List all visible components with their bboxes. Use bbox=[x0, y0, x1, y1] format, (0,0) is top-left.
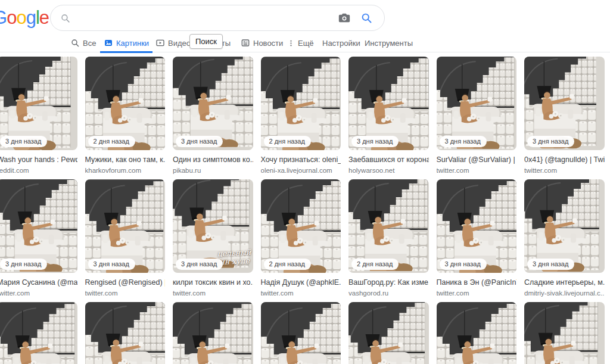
result-thumbnail[interactable]: 3 дня назад bbox=[437, 57, 517, 150]
image-result[interactable]: 3 дня назад Паника в Эн (@PanicInT... tw… bbox=[437, 179, 517, 297]
logo-letter: o bbox=[16, 7, 26, 28]
result-title[interactable]: Хочу признаться: oleni_... bbox=[261, 155, 341, 164]
result-domain[interactable]: twitter.com bbox=[524, 166, 605, 175]
result-caption: Wash your hands : Pewdi... reddit.com bbox=[0, 155, 77, 175]
logo-letter: g bbox=[26, 7, 36, 28]
news-icon bbox=[241, 38, 250, 48]
result-domain[interactable]: oleni-xa.livejournal.com bbox=[261, 166, 341, 175]
tab-tools[interactable]: Инструменты bbox=[361, 33, 416, 52]
result-title[interactable]: Один из симптомов ко... bbox=[173, 155, 253, 164]
result-domain[interactable]: pikabu.ru bbox=[173, 166, 253, 175]
result-domain[interactable]: twitter.com bbox=[437, 289, 517, 297]
image-result[interactable]: 2 дня назад Надія Душук (@aphklE... twit… bbox=[261, 179, 341, 297]
result-caption: Сладкие интерьеры, м... dmitriy-sivak.li… bbox=[524, 278, 605, 297]
result-thumbnail[interactable]: 3 дня назад bbox=[173, 57, 253, 150]
image-result[interactable]: 3 дня назад Заебавшихся от корона... hol… bbox=[348, 57, 429, 175]
result-caption: Мужики, как оно там, к... kharkovforum.c… bbox=[85, 155, 166, 175]
search-icon bbox=[60, 13, 70, 23]
tab-label: Видео bbox=[168, 39, 191, 48]
result-thumbnail[interactable]: 3 дня назад bbox=[524, 57, 605, 150]
image-result[interactable]: 3 дня назад 0x41} (@tagnullde) | Twi... … bbox=[524, 57, 605, 175]
result-thumbnail[interactable] bbox=[85, 302, 166, 364]
result-domain[interactable]: vashgorod.ru bbox=[348, 289, 429, 297]
result-title[interactable]: Надія Душук (@aphklE... bbox=[261, 278, 341, 287]
results-row: 3 дня назад Мария Сусанина (@mar... twit… bbox=[0, 179, 610, 297]
result-thumbnail[interactable]: 3 дня назад bbox=[0, 57, 77, 150]
result-title[interactable]: Сладкие интерьеры, м... bbox=[524, 278, 605, 287]
camera-search-icon[interactable] bbox=[338, 11, 351, 24]
result-thumbnail[interactable]: 2 дня назад bbox=[261, 179, 341, 273]
result-domain[interactable]: twitter.com bbox=[85, 289, 166, 297]
image-result[interactable]: 3 дня назад Мария Сусанина (@mar... twit… bbox=[0, 179, 77, 297]
result-thumbnail[interactable] bbox=[173, 302, 253, 364]
image-result[interactable]: 3 дня назад Сладкие интерьеры, м... dmit… bbox=[524, 179, 605, 297]
search-input[interactable] bbox=[75, 9, 333, 27]
result-title[interactable]: SurValiar (@SurValiar) | ... bbox=[437, 155, 517, 164]
result-title[interactable]: Мужики, как оно там, к... bbox=[85, 155, 166, 164]
results-row: 3 дня назад Wash your hands : Pewdi... r… bbox=[0, 57, 610, 175]
result-caption: 0x41} (@tagnullde) | Twi... twitter.com bbox=[524, 155, 605, 175]
result-domain[interactable]: twitter.com bbox=[437, 166, 517, 175]
image-result[interactable] bbox=[85, 302, 166, 364]
result-title[interactable]: Wash your hands : Pewdi... bbox=[0, 155, 77, 164]
image-result[interactable]: 3 дня назад Wash your hands : Pewdi... r… bbox=[0, 57, 77, 175]
image-result[interactable]: 3 дня назад Один из симптомов ко... pika… bbox=[173, 57, 253, 175]
tab-all[interactable]: Все bbox=[67, 33, 99, 52]
recency-badge: 3 дня назад bbox=[440, 136, 487, 147]
recency-badge: 3 дня назад bbox=[351, 136, 399, 147]
image-result[interactable]: 3 дня назад цельныйин хуле килри токсик … bbox=[173, 179, 253, 297]
result-domain[interactable]: holywarsoo.net bbox=[348, 166, 429, 175]
result-thumbnail[interactable] bbox=[348, 302, 429, 364]
tab-label: Картинки bbox=[116, 39, 149, 48]
result-domain[interactable]: twitter.com bbox=[261, 289, 341, 297]
search-bar[interactable] bbox=[50, 5, 385, 31]
result-domain[interactable]: twitter.com bbox=[0, 289, 77, 297]
result-thumbnail[interactable]: 3 дня назад цельныйин хуле bbox=[173, 179, 253, 273]
result-thumbnail[interactable]: 3 дня назад bbox=[85, 179, 166, 273]
image-result[interactable]: 3 дня назад Rengised (@Rengised) | ... t… bbox=[85, 179, 166, 297]
image-result[interactable]: 2 дня назад Хочу признаться: oleni_... o… bbox=[261, 57, 341, 175]
result-thumbnail[interactable]: 2 дня назад bbox=[261, 57, 341, 150]
tab-images[interactable]: Картинки bbox=[100, 33, 152, 52]
image-result[interactable]: 2 дня назад ВашГород.ру: Как изме... vas… bbox=[348, 179, 429, 297]
result-domain[interactable]: reddit.com bbox=[0, 166, 77, 175]
image-result[interactable]: 2 дня назад Мужики, как оно там, к... kh… bbox=[85, 57, 166, 175]
google-logo[interactable]: Google bbox=[0, 7, 49, 29]
image-result[interactable]: 3 дня назад SurValiar (@SurValiar) | ...… bbox=[437, 57, 517, 175]
image-result[interactable] bbox=[173, 302, 253, 364]
result-domain[interactable]: dmitriy-sivak.livejournal.c... bbox=[524, 289, 605, 297]
result-thumbnail[interactable]: 3 дня назад bbox=[437, 179, 517, 273]
result-title[interactable]: Мария Сусанина (@mar... bbox=[0, 278, 77, 287]
result-thumbnail[interactable]: 3 дня назад bbox=[348, 57, 429, 150]
image-result[interactable] bbox=[524, 302, 605, 364]
result-thumbnail[interactable]: 3 дня назад bbox=[0, 179, 77, 273]
recency-badge: 2 дня назад bbox=[88, 136, 135, 147]
result-title[interactable]: Rengised (@Rengised) | ... bbox=[85, 278, 166, 287]
result-title[interactable]: 0x41} (@tagnullde) | Twi... bbox=[524, 155, 605, 164]
result-thumbnail[interactable] bbox=[0, 302, 77, 364]
result-thumbnail[interactable]: 2 дня назад bbox=[348, 179, 429, 273]
result-thumbnail[interactable]: 2 дня назад bbox=[85, 57, 166, 150]
tab-news[interactable]: Новости bbox=[237, 33, 287, 52]
result-title[interactable]: ВашГород.ру: Как изме... bbox=[348, 278, 429, 287]
tab-video[interactable]: Видео bbox=[152, 33, 194, 52]
tab-settings[interactable]: Настройки bbox=[319, 33, 364, 52]
result-caption: Паника в Эн (@PanicInT... twitter.com bbox=[437, 278, 517, 297]
result-thumbnail[interactable] bbox=[261, 302, 341, 364]
result-domain[interactable]: kharkovforum.com bbox=[85, 166, 166, 175]
image-result[interactable] bbox=[261, 302, 341, 364]
result-thumbnail[interactable] bbox=[524, 302, 605, 364]
result-title[interactable]: Паника в Эн (@PanicInT... bbox=[437, 278, 517, 287]
tab-more[interactable]: Ещё bbox=[284, 33, 318, 52]
image-result[interactable] bbox=[0, 302, 77, 364]
result-thumbnail[interactable]: 3 дня назад bbox=[524, 179, 605, 273]
result-thumbnail[interactable] bbox=[437, 302, 517, 364]
result-title[interactable]: килри токсик квин и хо... bbox=[173, 278, 253, 287]
result-title[interactable]: Заебавшихся от корона... bbox=[348, 155, 429, 164]
image-result[interactable] bbox=[348, 302, 429, 364]
search-submit-icon[interactable] bbox=[360, 12, 372, 24]
logo-letter: e bbox=[39, 7, 49, 28]
recency-badge: 3 дня назад bbox=[440, 259, 487, 270]
result-domain[interactable]: twitter.com bbox=[173, 289, 253, 297]
image-result[interactable] bbox=[437, 302, 517, 364]
